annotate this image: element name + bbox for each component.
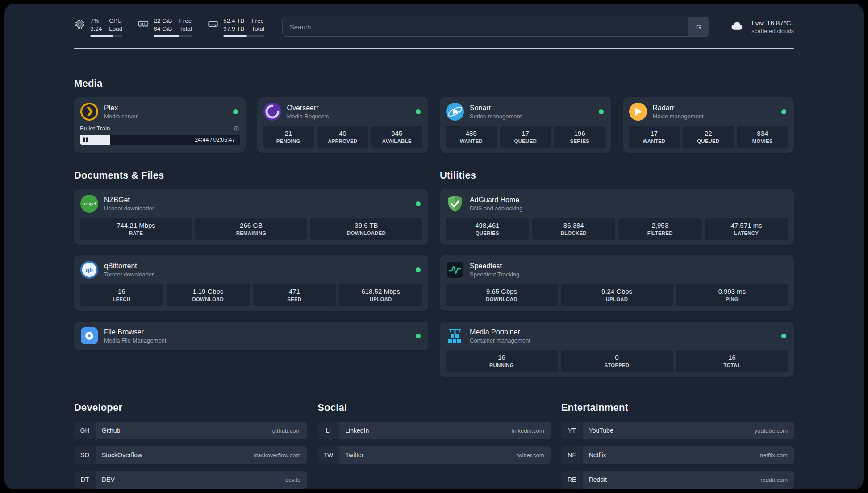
weather-condition: scattered clouds <box>751 28 794 34</box>
bookmark-github[interactable]: GH Github github.com <box>74 422 307 439</box>
disk-icon <box>207 18 219 32</box>
service-stats: 9.65 Gbps DOWNLOAD 9.24 Gbps UPLOAD 0.99… <box>446 284 788 306</box>
bookmark-netflix[interactable]: NF Netflix netflix.com <box>561 446 794 464</box>
search-provider-button[interactable]: G <box>688 17 709 36</box>
section-title-developer: Developer <box>74 402 307 414</box>
utilities-column: Utilities AdGuard Home <box>440 170 794 377</box>
memory-free-value: 22 GiB <box>154 17 172 25</box>
service-card-overseerr[interactable]: Overseerr Media Requests 21 PENDING 40 A… <box>257 97 429 153</box>
bookmark-group-entertainment: Entertainment YT YouTube youtube.com NF … <box>561 402 794 489</box>
bookmark-abbr: GH <box>74 422 96 439</box>
stat-value: 21 <box>265 130 313 137</box>
memory-total-value: 64 GiB <box>154 25 172 33</box>
status-dot <box>416 267 421 272</box>
stat-label: LEECH <box>82 297 162 302</box>
service-card-adguard[interactable]: AdGuard Home DNS and adblocking 498,461 … <box>440 189 794 245</box>
stat-value: 9.65 Gbps <box>447 288 556 295</box>
status-dot <box>781 109 786 114</box>
stat-label: QUERIES <box>447 230 527 236</box>
speedtest-icon <box>446 260 464 279</box>
bookmark-url: github.com <box>272 427 301 434</box>
stat-cell: 618.52 Mbps UPLOAD <box>339 284 423 306</box>
pause-icon[interactable] <box>83 138 88 142</box>
stat-label: REMAINING <box>197 230 305 236</box>
gear-icon[interactable]: ⚙ <box>234 125 239 132</box>
stat-cell: 945 AVAILABLE <box>371 126 423 148</box>
service-card-qbittorrent[interactable]: qb qBittorrent Torrent downloader 16 LEE… <box>74 255 428 311</box>
search-input[interactable] <box>283 17 709 36</box>
stat-cell: 744.21 Mbps RATE <box>80 218 192 240</box>
playback-progress-bar[interactable]: 24:44 / 02:06:47 <box>80 135 240 145</box>
filebrowser-icon <box>80 326 99 345</box>
bookmark-dev[interactable]: DT DEV dev.to <box>74 471 307 489</box>
bookmark-reddit[interactable]: RE Reddit reddit.com <box>561 471 794 489</box>
section-title-media: Media <box>74 78 794 89</box>
service-card-sonarr[interactable]: Sonarr Series management 485 WANTED 17 Q… <box>440 97 611 153</box>
memory-icon <box>138 18 149 32</box>
service-stats: 16 LEECH 1.19 Gbps DOWNLOAD 471 SEED 6 <box>80 284 422 306</box>
adguard-icon <box>446 194 464 213</box>
stat-label: FILTERED <box>620 230 700 236</box>
stat-label: QUEUED <box>684 138 732 144</box>
service-name: File Browser <box>104 328 166 336</box>
svg-text:qb: qb <box>86 267 93 273</box>
section-title-utilities: Utilities <box>440 170 794 181</box>
bookmark-url: dev.to <box>285 476 300 483</box>
service-card-filebrowser[interactable]: File Browser Media File Management <box>74 322 428 350</box>
stat-label: STOPPED <box>563 363 671 368</box>
radarr-icon <box>629 102 647 121</box>
service-name: Overseerr <box>287 104 329 112</box>
bookmark-url: linkedin.com <box>512 427 544 434</box>
stat-value: 196 <box>556 130 604 137</box>
stat-value: 9.24 Gbps <box>563 288 671 295</box>
stat-value: 618.52 Mbps <box>341 288 421 295</box>
service-card-plex[interactable]: Plex Media server Bullet Train ⚙ 24:44 /… <box>74 97 246 153</box>
bookmark-url: netflix.com <box>760 452 788 459</box>
plex-icon <box>80 102 99 121</box>
stat-value: 2,953 <box>620 221 700 229</box>
stat-value: 16 <box>82 288 162 295</box>
cpu-usage: 7% <box>90 17 102 25</box>
disk-free-value: 52.4 TB <box>223 17 244 25</box>
service-card-portainer[interactable]: Media Portainer Container management 16 … <box>440 322 794 377</box>
service-description: Media Requests <box>287 113 329 120</box>
stat-label: PENDING <box>265 138 313 144</box>
status-dot <box>416 201 421 206</box>
service-name: Radarr <box>653 104 704 112</box>
service-card-speedtest[interactable]: Speedtest Speedtest Tracking 9.65 Gbps D… <box>440 255 794 311</box>
bookmark-group-developer: Developer GH Github github.com SO StackO… <box>74 402 307 489</box>
bookmark-twitter[interactable]: TW Twitter twitter.com <box>317 446 550 464</box>
stat-label: UPLOAD <box>563 297 671 302</box>
service-stats: 21 PENDING 40 APPROVED 945 AVAILABLE <box>263 126 423 148</box>
bookmark-linkedin[interactable]: LI LinkedIn linkedin.com <box>317 422 550 439</box>
bookmark-group-social: Social LI LinkedIn linkedin.com TW Twitt… <box>317 402 550 464</box>
bookmark-youtube[interactable]: YT YouTube youtube.com <box>561 422 794 439</box>
media-grid: Plex Media server Bullet Train ⚙ 24:44 /… <box>74 97 794 153</box>
search-bar[interactable]: G <box>282 17 710 37</box>
dashboard: 7% 3.24 CPU Load <box>4 4 864 489</box>
stat-label: UPLOAD <box>341 297 421 302</box>
service-card-radarr[interactable]: Radarr Movie management 17 WANTED 22 QUE… <box>623 97 794 153</box>
two-column-area: Documents & Files nzbget NZBGet U <box>74 170 794 377</box>
service-card-nzbget[interactable]: nzbget NZBGet Usenet downloader 744.21 M… <box>74 189 428 245</box>
bookmark-name: DEV <box>102 476 115 483</box>
status-dot <box>233 109 238 114</box>
stat-cell: 39.6 TB DOWNLOADED <box>310 218 422 240</box>
stat-label: DOWNLOADED <box>312 230 421 236</box>
stat-value: 17 <box>502 130 550 137</box>
bookmark-url: stackoverflow.com <box>253 452 300 459</box>
qbittorrent-icon: qb <box>80 260 99 279</box>
bookmark-abbr: RE <box>561 471 583 489</box>
now-playing-title: Bullet Train <box>80 125 110 132</box>
weather-widget: Lviv, 16.87°C scattered clouds <box>727 19 794 35</box>
memory-widget: 22 GiB 64 GiB Free Total <box>138 17 192 37</box>
stat-cell: 16 RUNNING <box>446 350 558 372</box>
bookmark-abbr: YT <box>561 422 583 439</box>
stat-label: AVAILABLE <box>373 138 421 144</box>
bookmark-stackoverflow[interactable]: SO StackOverflow stackoverflow.com <box>74 446 307 464</box>
service-description: Series management <box>470 113 522 120</box>
bookmark-abbr: DT <box>74 471 96 489</box>
service-name: qBittorrent <box>104 262 154 270</box>
bookmark-name: StackOverflow <box>102 451 142 459</box>
stat-cell: 21 PENDING <box>263 126 314 148</box>
